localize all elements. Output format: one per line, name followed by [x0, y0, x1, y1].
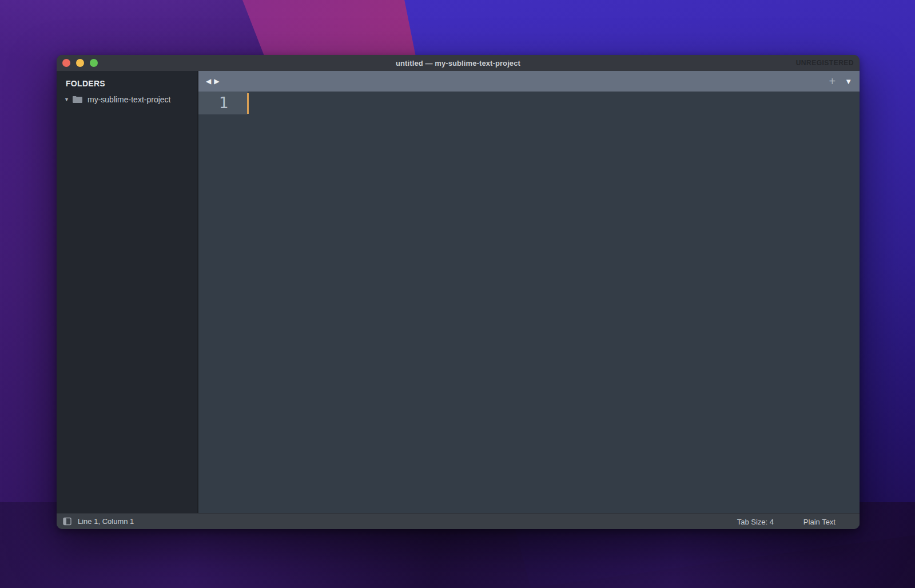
line-number: 1 — [198, 92, 228, 114]
disclosure-triangle-icon[interactable]: ▼ — [64, 97, 72, 102]
sidebar: FOLDERS ▼ my-sublime-text-project — [57, 71, 197, 513]
new-tab-icon[interactable]: + — [829, 76, 836, 87]
traffic-lights — [62, 59, 98, 67]
title-bar[interactable]: untitled — my-sublime-text-project UNREG… — [57, 55, 860, 71]
folders-header: FOLDERS — [66, 79, 197, 88]
editor-area[interactable]: 1 — [198, 92, 860, 513]
tab-size-status[interactable]: Tab Size: 4 — [737, 517, 774, 526]
tab-nav-arrows: ◀ ▶ — [206, 78, 219, 85]
back-arrow-icon[interactable]: ◀ — [206, 78, 211, 85]
sidebar-item-project[interactable]: ▼ my-sublime-text-project — [57, 93, 197, 106]
status-bar: Line 1, Column 1 Tab Size: 4 Plain Text — [57, 513, 860, 529]
status-bar-left: Line 1, Column 1 — [63, 517, 134, 526]
folder-icon — [72, 96, 83, 104]
panel-switcher-icon[interactable] — [63, 517, 71, 526]
window-title: untitled — my-sublime-text-project — [396, 59, 520, 67]
editor-group: ◀ ▶ + ▼ 1 — [197, 71, 860, 513]
sidebar-item-label: my-sublime-text-project — [87, 95, 170, 104]
unregistered-badge: UNREGISTERED — [796, 59, 854, 67]
text-cursor — [247, 93, 249, 114]
minimize-button[interactable] — [76, 59, 84, 67]
cursor-position-status: Line 1, Column 1 — [78, 517, 134, 526]
tab-overflow-icon[interactable]: ▼ — [845, 78, 852, 85]
syntax-status[interactable]: Plain Text — [803, 517, 836, 526]
zoom-button[interactable] — [90, 59, 98, 67]
forward-arrow-icon[interactable]: ▶ — [214, 78, 219, 85]
desktop-wallpaper: untitled — my-sublime-text-project UNREG… — [0, 0, 915, 588]
main-area: FOLDERS ▼ my-sublime-text-project ◀ — [57, 71, 860, 513]
sublime-text-window: untitled — my-sublime-text-project UNREG… — [57, 55, 860, 529]
tab-bar: ◀ ▶ + ▼ — [198, 71, 860, 92]
close-button[interactable] — [62, 59, 70, 67]
